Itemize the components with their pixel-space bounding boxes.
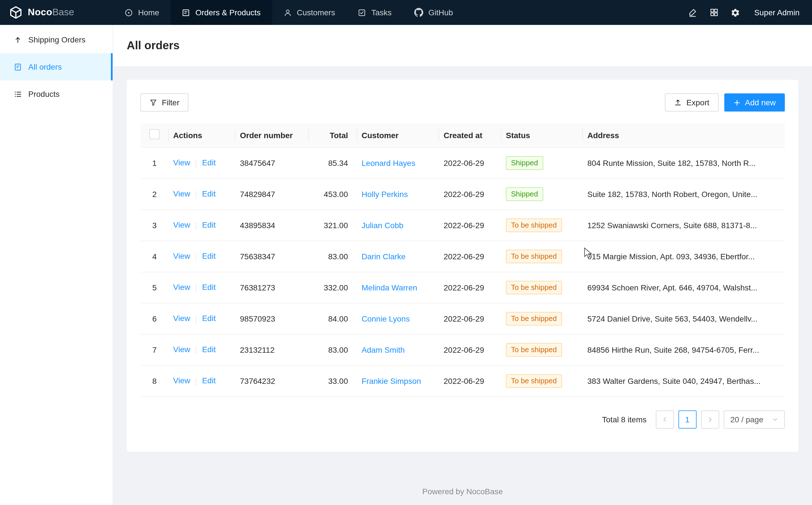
actions-divider [196,159,196,167]
pagination-next-button[interactable] [701,410,719,428]
settings-gear-icon[interactable] [726,3,745,22]
nav-item-home[interactable]: Home [113,0,171,25]
nav-item-customers[interactable]: Customers [272,0,346,25]
nocobase-logo-icon [9,6,23,19]
edit-link[interactable]: Edit [202,314,216,323]
view-link[interactable]: View [173,283,190,292]
customer-link[interactable]: Holly Perkins [361,189,408,198]
customer-link[interactable]: Frankie Simpson [361,376,421,385]
nav-label: Orders & Products [196,8,261,17]
status-badge: To be shipped [506,281,562,294]
edit-link[interactable]: Edit [202,283,216,292]
view-link[interactable]: View [173,251,190,261]
sidebar-item-label: Shipping Orders [28,35,85,44]
table-row: 8ViewEdit7376423233.00Frankie Simpson202… [140,365,785,396]
ui-editor-pen-icon[interactable] [683,3,702,22]
address-cell: 383 Walter Gardens, Suite 040, 24947, Be… [583,365,785,396]
nav-label: Tasks [371,8,391,17]
created-at-cell: 2022-06-29 [439,334,501,365]
customer-cell: Frankie Simpson [357,365,439,396]
customers-icon [283,8,292,17]
page-size-select[interactable]: 20 / page [724,410,785,428]
edit-link[interactable]: Edit [202,189,216,198]
status-cell: To be shipped [501,272,583,303]
chevron-left-icon [661,416,668,423]
view-link[interactable]: View [173,345,190,354]
chevron-down-icon [772,416,778,422]
export-button[interactable]: Export [665,94,718,112]
main-area: All orders Filter [113,25,812,505]
edit-link[interactable]: Edit [202,251,216,261]
customer-cell: Julian Cobb [357,209,439,240]
add-new-button[interactable]: Add new [724,94,785,112]
status-badge: To be shipped [506,218,562,232]
nav-label: Customers [297,8,335,17]
column-header-created-at: Created at [439,124,501,147]
select-all-checkbox[interactable] [150,129,160,140]
edit-link[interactable]: Edit [202,376,216,385]
edit-link[interactable]: Edit [202,345,216,354]
address-cell: 69934 Schoen River, Apt. 646, 49704, Wal… [583,272,785,303]
nocobase-logo[interactable]: NocoBase [0,0,113,25]
customer-cell: Connie Lyons [357,303,439,334]
row-index: 1 [140,147,169,178]
nav-item-orders-products[interactable]: Orders & Products [171,0,272,25]
sidebar-item-label: Products [28,90,60,99]
order-number-cell: 74829847 [235,178,309,209]
row-actions-cell: ViewEdit [169,303,235,334]
created-at-cell: 2022-06-29 [439,147,501,178]
sidebar-item-products[interactable]: Products [0,80,112,108]
actions-divider [196,377,196,385]
customer-link[interactable]: Leonard Hayes [361,158,415,167]
column-header-order-number: Order number [235,124,309,147]
status-badge: To be shipped [506,312,562,325]
top-navigation: Home Orders & Products Customers [113,0,464,25]
status-badge: Shipped [506,187,543,201]
address-cell: 015 Margie Mission, Apt. 093, 34936, Ebe… [583,240,785,272]
app-window: NocoBase Home Orders & Products [0,0,812,505]
order-number-cell: 23132112 [235,334,309,365]
user-menu[interactable]: Super Admin [754,8,800,17]
filter-button[interactable]: Filter [140,94,189,112]
table-row: 1ViewEdit3847564785.34Leonard Hayes2022-… [140,147,785,178]
view-link[interactable]: View [173,314,190,323]
sidebar-item-all-orders[interactable]: All orders [0,53,112,80]
customer-link[interactable]: Adam Smith [361,345,405,354]
row-index: 8 [140,365,169,396]
customer-link[interactable]: Julian Cobb [361,220,403,229]
pagination-prev-button[interactable] [655,410,673,428]
view-link[interactable]: View [173,376,190,385]
edit-link[interactable]: Edit [202,220,216,229]
nav-item-github[interactable]: GitHub [403,0,464,25]
actions-divider [196,346,196,354]
status-badge: To be shipped [506,249,562,263]
view-link[interactable]: View [173,189,190,198]
status-badge: To be shipped [506,343,562,356]
status-cell: To be shipped [501,303,583,334]
customer-cell: Holly Perkins [357,178,439,209]
view-link[interactable]: View [173,220,190,229]
plugins-grid-icon[interactable] [705,3,724,22]
customer-link[interactable]: Connie Lyons [361,314,410,323]
nav-item-tasks[interactable]: Tasks [346,0,403,25]
row-actions-cell: ViewEdit [169,334,235,365]
status-cell: Shipped [501,147,583,178]
customer-link[interactable]: Melinda Warren [361,283,417,292]
address-cell: 1252 Swaniawski Corners, Suite 688, 8137… [583,209,785,240]
sidebar-item-shipping-orders[interactable]: Shipping Orders [0,26,112,53]
actions-divider [196,222,196,229]
edit-link[interactable]: Edit [202,158,216,167]
table-header-row: Actions Order number Total Customer Crea… [140,124,785,147]
created-at-cell: 2022-06-29 [439,178,501,209]
row-index: 5 [140,272,169,303]
status-cell: To be shipped [501,240,583,272]
pagination-page-1[interactable]: 1 [678,410,696,428]
select-all-header [140,124,169,147]
view-link[interactable]: View [173,158,190,167]
order-number-cell: 73764232 [235,365,309,396]
pagination-total: Total 8 items [602,415,646,424]
page-title: All orders [127,39,180,52]
order-number-cell: 43895834 [235,209,309,240]
customer-link[interactable]: Darin Clarke [361,251,406,261]
plus-icon [733,99,741,106]
